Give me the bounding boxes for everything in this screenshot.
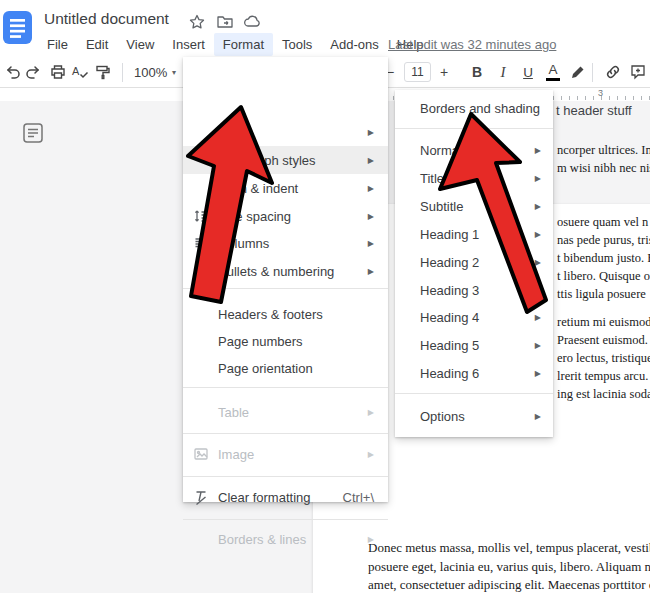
redo-button[interactable] [21, 60, 45, 84]
document-outline-icon [21, 121, 45, 145]
menu-item-columns[interactable]: Columns ▶ [183, 229, 388, 256]
body-text-line[interactable]: posuere eget, lacinia eu, varius quis, l… [368, 559, 650, 575]
body-text-line[interactable]: Praesent euismod. [557, 333, 648, 348]
submenu-arrow-icon: ▶ [535, 174, 541, 183]
body-text-line[interactable]: t bibendum justo. F [557, 251, 650, 266]
submenu-arrow-icon: ▶ [535, 202, 541, 211]
increase-font-size-button[interactable]: + [432, 60, 456, 84]
zoom-value: 100% [134, 65, 167, 80]
body-text-line[interactable]: ero lectus, tristique [557, 351, 650, 366]
undo-icon [4, 63, 22, 81]
submenu-item-heading-2[interactable]: Heading 2 ▶ [395, 248, 553, 276]
menu-item-line-spacing[interactable]: Line spacing ▶ [183, 202, 388, 229]
menu-item-table: Table ▶ [183, 398, 388, 425]
body-text-line[interactable]: ncorper ultrices. In [557, 143, 650, 158]
body-text-line[interactable]: retium mi euismod [557, 315, 650, 330]
submenu-item-heading-4[interactable]: Heading 4 ▶ [395, 303, 553, 331]
menu-item-bullets-numbering[interactable]: Bullets & numbering ▶ [183, 257, 388, 284]
submenu-arrow-icon: ▶ [535, 258, 541, 267]
toolbar-divider [592, 63, 593, 82]
menu-format[interactable]: Format [214, 33, 273, 56]
spellcheck-icon: A [71, 63, 89, 81]
submenu-item-title[interactable]: Title ▶ [395, 164, 553, 192]
move-folder-icon [216, 13, 234, 31]
image-icon [192, 445, 210, 463]
menu-file[interactable]: File [38, 33, 77, 56]
highlight-color-button[interactable] [566, 60, 590, 84]
submenu-item-options[interactable]: Options ▶ [395, 402, 553, 430]
move-button[interactable] [216, 13, 234, 31]
clear-formatting-icon [192, 488, 210, 506]
menu-item-align-indent[interactable]: Align & indent ▶ [183, 174, 388, 201]
menu-insert[interactable]: Insert [163, 33, 214, 56]
submenu-arrow-icon: ▶ [535, 341, 541, 350]
link-icon [604, 63, 622, 81]
body-text-line[interactable]: lrerit tempus arcu. I [557, 369, 650, 384]
document-status-button[interactable] [243, 13, 261, 31]
svg-text:A: A [72, 65, 80, 77]
font-size-input[interactable]: 11 [404, 62, 431, 82]
text-color-indicator: A [546, 63, 560, 81]
insert-link-button[interactable] [601, 60, 625, 84]
submenu-item-normal-text[interactable]: Normal text ▶ [395, 136, 553, 164]
menu-item-headers-footers[interactable]: Headers & footers [183, 300, 388, 327]
menu-item-page-numbers[interactable]: Page numbers [183, 327, 388, 354]
submenu-arrow-icon: ▶ [368, 183, 374, 192]
body-text-line[interactable]: Donec metus massa, mollis vel, tempus pl… [368, 540, 650, 556]
add-comment-button[interactable] [626, 60, 650, 84]
body-text-line[interactable]: m wisi nibh nec nis [557, 161, 650, 176]
columns-icon [192, 234, 210, 252]
toolbar-divider [122, 63, 123, 82]
menu-item-clear-formatting[interactable]: Clear formatting Ctrl+\ [183, 483, 388, 510]
submenu-arrow-icon: ▶ [535, 313, 541, 322]
menu-item-paragraph-styles[interactable]: Paragraph styles ▶ [183, 146, 388, 174]
menu-item-image: Image ▶ [183, 440, 388, 467]
submenu-item-heading-1[interactable]: Heading 1 ▶ [395, 220, 553, 248]
star-button[interactable] [188, 13, 206, 31]
line-spacing-icon [192, 207, 210, 225]
submenu-arrow-icon: ▶ [535, 412, 541, 421]
submenu-item-heading-3[interactable]: Heading 3 ▶ [395, 276, 553, 304]
submenu-item-borders-and-shading[interactable]: Borders and shading [395, 94, 553, 122]
submenu-arrow-icon: ▶ [535, 369, 541, 378]
body-text-line[interactable]: nas pede purus, tris [557, 233, 650, 248]
print-button[interactable] [46, 60, 70, 84]
submenu-arrow-icon: ▶ [368, 534, 374, 543]
menu-divider [183, 387, 388, 388]
submenu-item-heading-5[interactable]: Heading 5 ▶ [395, 331, 553, 359]
document-title[interactable]: Untitled document [44, 10, 169, 28]
paint-format-button[interactable] [91, 60, 115, 84]
format-menu: Text ▶ Paragraph styles ▶ Align & indent… [183, 57, 388, 502]
google-docs-logo-icon [3, 11, 32, 44]
spelling-check-button[interactable]: A [68, 60, 92, 84]
zoom-select[interactable]: 100% ▾ [131, 61, 179, 83]
submenu-arrow-icon: ▶ [368, 211, 374, 220]
submenu-arrow-icon: ▶ [368, 449, 374, 458]
google-docs-window: 3 t header stuff ncorper ultrices. In m … [0, 0, 650, 593]
page-header-text[interactable]: t header stuff [556, 103, 632, 118]
body-text-line[interactable]: osuere quam vel n [557, 215, 648, 230]
submenu-item-heading-6[interactable]: Heading 6 ▶ [395, 359, 553, 387]
menu-item-text[interactable]: Text ▶ [183, 118, 388, 145]
underline-button[interactable]: U [516, 60, 540, 84]
redo-icon [24, 63, 42, 81]
text-color-button[interactable]: A [541, 60, 565, 84]
docs-home-button[interactable] [3, 11, 32, 44]
menu-addons[interactable]: Add-ons [321, 33, 387, 56]
italic-button[interactable]: I [491, 60, 515, 84]
body-text-line[interactable]: amet, consectetuer adipiscing elit. Maec… [368, 577, 650, 593]
menu-item-page-orientation[interactable]: Page orientation [183, 354, 388, 381]
menu-edit[interactable]: Edit [77, 33, 117, 56]
bold-button[interactable]: B [465, 60, 489, 84]
shortcut-label: Ctrl+\ [343, 489, 374, 504]
submenu-arrow-icon: ▶ [368, 238, 374, 247]
body-text-line[interactable]: t libero. Quisque o [557, 269, 650, 284]
current-color-bar [546, 78, 560, 81]
show-outline-button[interactable] [21, 121, 45, 145]
last-edit-link[interactable]: Last edit was 32 minutes ago [388, 37, 556, 52]
submenu-item-subtitle[interactable]: Subtitle ▶ [395, 192, 553, 220]
menu-tools[interactable]: Tools [273, 33, 321, 56]
menu-view[interactable]: View [117, 33, 163, 56]
body-text-line[interactable]: ttis ligula posuere [557, 287, 646, 302]
body-text-line[interactable]: ing est lacinia soda [557, 387, 650, 402]
